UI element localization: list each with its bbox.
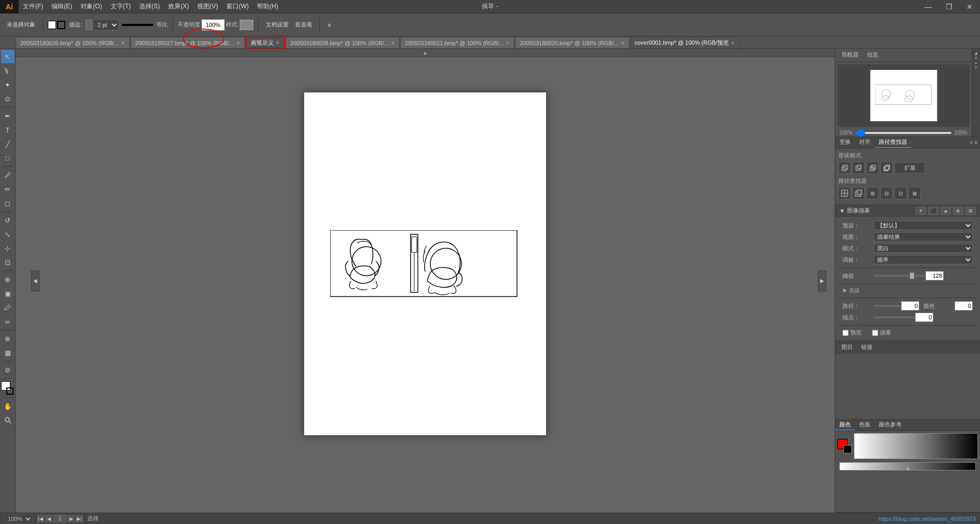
menu-edit[interactable]: 编辑(E) <box>47 0 76 13</box>
tool-eraser[interactable]: ◻ <box>1 196 15 210</box>
document-settings-button[interactable]: 文档设置 <box>263 18 291 32</box>
bottom-tab-links[interactable]: 链接 <box>857 342 877 353</box>
menu-window[interactable]: 窗口(W) <box>222 0 253 13</box>
panel-close-btn[interactable]: ✕ <box>974 140 978 145</box>
trace-threshold-input[interactable] <box>925 271 944 280</box>
panel-menu-btn[interactable]: ≡ <box>970 140 973 145</box>
trace-threshold-slider[interactable] <box>874 275 925 277</box>
tool-brush[interactable] <box>1 168 15 182</box>
tab-3-close[interactable]: ✕ <box>276 40 280 45</box>
unite-btn[interactable] <box>838 162 851 174</box>
trace-snap-checkbox[interactable] <box>872 330 878 336</box>
tool-eyedropper[interactable] <box>1 301 15 314</box>
tab-7-cover[interactable]: cover0001.bmp* @ 100% (RGB/预览 ✕ <box>630 37 740 48</box>
trace-advanced-toggle[interactable]: ▶ 高级 <box>842 287 860 294</box>
stroke-indicator[interactable] <box>6 387 13 395</box>
first-page-btn[interactable]: |◀ <box>37 515 44 522</box>
tool-chart[interactable]: ▦ <box>1 346 15 359</box>
intersect-btn[interactable] <box>866 162 879 174</box>
tool-selection[interactable]: ↖ <box>1 50 15 63</box>
back-color[interactable] <box>843 445 852 453</box>
last-page-btn[interactable]: ▶| <box>76 515 83 522</box>
trace-path-slider[interactable] <box>874 305 901 307</box>
menu-select[interactable]: 选择(S) <box>135 0 164 13</box>
fill-color-swatch[interactable] <box>48 21 56 29</box>
resize-icon[interactable]: ▲ <box>421 49 429 57</box>
trace-preview-checkbox[interactable] <box>842 330 849 336</box>
trace-mode-select[interactable]: 黑白 灰度 彩色 <box>874 244 973 253</box>
trace-threshold-thumb[interactable] <box>910 273 914 279</box>
image-trace-header[interactable]: ▼ 图像描摹 ☀ ⬛ ▲ ⊕ ⊞ <box>835 205 980 217</box>
tool-lasso[interactable]: ⊙ <box>1 92 15 105</box>
prev-page-btn[interactable]: ◀ <box>45 515 52 522</box>
trace-both-btn[interactable]: ⊕ <box>953 207 963 215</box>
trace-view-select[interactable]: 描摹结果 描摹结果(含轮廓) 轮廓 原始图像 <box>874 232 973 241</box>
trace-path-input[interactable] <box>901 301 919 311</box>
tab-1-close[interactable]: ✕ <box>121 41 125 46</box>
gradient-bar[interactable] <box>839 462 976 471</box>
menu-file[interactable]: 文件(F) <box>19 0 47 13</box>
expand-btn[interactable]: 扩展 <box>894 162 925 173</box>
nav-tab-transform[interactable]: 导航器 <box>837 50 863 61</box>
tool-direct-selection[interactable] <box>1 64 15 77</box>
tab-7-close[interactable]: ✕ <box>731 41 735 46</box>
trace-color-input[interactable] <box>955 301 973 311</box>
divide-btn[interactable] <box>838 187 851 199</box>
stroke-color-swatch[interactable] <box>57 21 65 29</box>
outline-btn[interactable]: ⊡ <box>894 187 907 199</box>
tool-magic-wand[interactable]: ✦ <box>1 78 15 91</box>
crop-btn[interactable]: ⊟ <box>880 187 893 199</box>
trace-anchor-slider[interactable] <box>874 316 915 318</box>
tab-4[interactable]: 200503180028.bmp* @ 100% (RGB/... ✕ <box>285 37 400 48</box>
tab-6[interactable]: 200503180020.bmp* @ 100% (RGB/... ✕ <box>515 37 629 48</box>
close-button[interactable]: ✕ <box>959 0 980 14</box>
tool-symbol[interactable]: ⊗ <box>1 332 15 345</box>
tab-2-close[interactable]: ✕ <box>236 41 240 46</box>
tool-hand[interactable]: ✋ <box>1 399 15 413</box>
color-tab-color[interactable]: 颜色 <box>835 420 855 431</box>
zoom-select[interactable]: 100% 50% 200% <box>4 514 33 523</box>
menu-object[interactable]: 对象(O) <box>76 0 106 13</box>
trace-preset-select[interactable]: 【默认】 高保真度照片 低保真度照片 3色 6色 <box>874 221 973 230</box>
tab-4-close[interactable]: ✕ <box>391 41 395 46</box>
trace-vec-btn[interactable]: ▲ <box>941 207 951 215</box>
tool-warp[interactable]: ⊹ <box>1 241 15 255</box>
tab-3-brush[interactable]: 画笔示义 ✕ <box>246 37 285 48</box>
tab-1[interactable]: 200503180026.bmp* @ 100% (RGB/... ✕ <box>16 37 130 48</box>
menu-view[interactable]: 视图(V) <box>193 0 222 13</box>
zoom-slider[interactable] <box>855 132 952 134</box>
exclude-btn[interactable] <box>880 162 893 174</box>
tool-slice[interactable]: ⊘ <box>1 363 15 377</box>
tool-gradient[interactable]: ▣ <box>1 287 15 300</box>
panel-tab-pathfinder[interactable]: 路径查找器 <box>875 137 911 148</box>
bottom-tab-layers[interactable]: 图目 <box>837 342 857 353</box>
tool-scale[interactable]: ⤡ <box>1 227 15 241</box>
canvas-nav-right[interactable]: ▶ <box>818 271 826 291</box>
minimize-button[interactable]: — <box>918 0 938 14</box>
color-tab-swatches[interactable]: 色板 <box>855 420 875 431</box>
preferences-button[interactable]: 首选项 <box>292 18 315 32</box>
trace-sun-btn[interactable]: ☀ <box>916 207 926 215</box>
trim-btn[interactable] <box>852 187 865 199</box>
panel-tab-align[interactable]: 对齐 <box>855 137 875 148</box>
top-resize-handle[interactable]: ▲ <box>16 49 835 57</box>
color-tab-reference[interactable]: 颜色参考 <box>875 420 906 431</box>
tool-line[interactable]: ╱ <box>1 137 15 151</box>
stroke-width-select[interactable]: 2 pt 1 pt 3 pt <box>93 19 119 31</box>
tab-5[interactable]: 200503180021.bmp* @ 100% (RGB/... ✕ <box>400 37 514 48</box>
restore-button[interactable]: ❐ <box>938 0 959 14</box>
merge-btn[interactable]: ⊞ <box>866 187 879 199</box>
tool-pen[interactable]: ✒ <box>1 109 15 123</box>
nav-tab-info[interactable]: 信息 <box>863 50 882 61</box>
tab-2[interactable]: 200503180027.bmp* @ 100% (RGB/... ✕ <box>130 37 244 48</box>
menu-help[interactable]: 帮助(H) <box>253 0 282 13</box>
trace-anchor-input[interactable] <box>915 313 933 322</box>
tool-pencil[interactable]: ✏ <box>1 182 15 196</box>
next-page-btn[interactable]: ▶ <box>67 515 75 522</box>
tool-rotate[interactable]: ↺ <box>1 213 15 227</box>
minus-back-btn[interactable]: ⊠ <box>908 187 921 199</box>
tool-blend[interactable]: ∞ <box>1 315 15 328</box>
trace-palette-select[interactable]: 频率 有限 全音调 <box>874 255 973 264</box>
gradient-handle[interactable] <box>906 467 910 470</box>
tool-free-transform[interactable]: ⊡ <box>1 256 15 269</box>
